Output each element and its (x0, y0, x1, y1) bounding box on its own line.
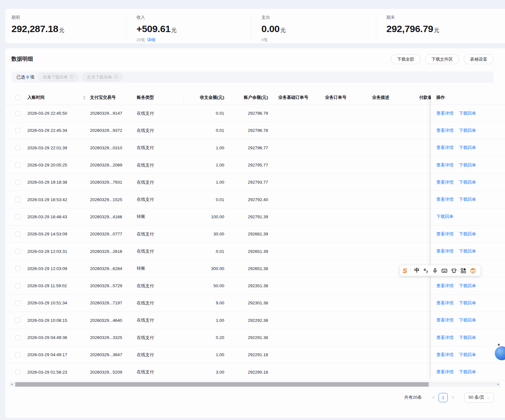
table-row: 2026-03-29 04:49:3620260329...3325在线支付0.… (5, 329, 505, 346)
view-details-link[interactable]: 查看详情 (436, 111, 453, 116)
view-details-link[interactable]: 查看详情 (436, 248, 453, 254)
emoji-face-icon[interactable] (470, 268, 477, 274)
pagination: 共有20条 < 1 > 50 条/页 (404, 393, 494, 402)
row-checkbox[interactable] (15, 128, 20, 133)
row-checkbox[interactable] (15, 145, 20, 150)
horizontal-scrollbar[interactable]: ◄ ► (10, 382, 501, 387)
row-checkbox[interactable] (15, 318, 20, 323)
prev-page-icon[interactable]: < (428, 395, 439, 400)
download-receipt-link[interactable]: 下载回单 (459, 128, 476, 133)
download-receipt-link[interactable]: 下载回单 (459, 111, 476, 116)
view-details-link[interactable]: 查看详情 (436, 145, 453, 151)
income-detail-link[interactable]: 详细 (147, 37, 155, 42)
column-header-trade-no: 支付宝交易号 (90, 95, 137, 100)
view-details-link[interactable]: 查看详情 (436, 335, 453, 341)
summary-closing: 期末 292,796.79元 (380, 15, 505, 43)
apps-grid-icon[interactable] (460, 268, 466, 274)
download-receipt-link[interactable]: 下载回单 (459, 248, 476, 254)
view-details-link[interactable]: 查看详情 (436, 162, 453, 168)
cell-trade-no: 20260329...9372 (90, 128, 137, 133)
chevron-down-icon (487, 395, 490, 399)
select-all-checkbox[interactable] (15, 95, 20, 100)
view-details-link[interactable]: 查看详情 (436, 180, 453, 185)
cell-type: 在线支付 (137, 197, 183, 202)
download-receipt-link[interactable]: 下载回单 (459, 352, 476, 358)
next-page-icon[interactable]: > (448, 395, 458, 400)
row-checkbox[interactable] (15, 232, 20, 237)
cell-balance: 292795.77 (224, 163, 268, 167)
view-details-link[interactable]: 查看详情 (436, 300, 453, 306)
cell-balance: 292291.18 (224, 352, 268, 357)
scroll-right-icon[interactable]: ► (496, 383, 501, 386)
row-checkbox[interactable] (15, 111, 20, 116)
download-receipt-link[interactable]: 下载回单 (459, 335, 476, 341)
scrollbar-thumb[interactable] (15, 382, 429, 387)
view-details-link[interactable]: 查看详情 (436, 369, 453, 375)
cell-amount: 0.01 (183, 197, 224, 202)
row-checkbox[interactable] (15, 301, 20, 306)
scroll-left-icon[interactable]: ◄ (10, 383, 14, 386)
row-actions: 查看详情下载回单 (431, 191, 505, 208)
table-row: 2026-03-29 18:48:4320260329...4166转账100.… (5, 208, 505, 226)
view-details-link[interactable]: 查看详情 (436, 128, 453, 133)
row-actions: 查看详情下载回单 (431, 295, 505, 312)
ime-toolbar[interactable]: S 中 (399, 265, 481, 276)
cell-time: 2026-03-29 18:53:42 (27, 197, 90, 202)
cell-type: 在线支付 (137, 162, 183, 168)
row-checkbox[interactable] (15, 266, 20, 271)
column-header-time[interactable]: 入账时间 (27, 95, 90, 100)
table-settings-button[interactable]: 表格设置 (464, 54, 494, 64)
view-details-link[interactable]: 查看详情 (436, 231, 453, 237)
row-checkbox[interactable] (15, 214, 20, 219)
download-receipt-link[interactable]: 下载回单 (459, 283, 476, 289)
keyboard-icon[interactable] (441, 268, 447, 274)
merge-download-button[interactable]: 合并下载回单 ⓘ (82, 73, 123, 81)
cell-time: 2026-03-29 19:18:38 (27, 180, 90, 185)
row-actions: 查看详情下载回单 (431, 363, 505, 381)
download-receipt-link[interactable]: 下载回单 (459, 231, 476, 237)
cell-amount: 30.00 (183, 232, 224, 236)
cell-type: 在线支付 (137, 128, 183, 133)
cell-trade-no: 20260329...5209 (90, 370, 137, 375)
view-details-link[interactable]: 查看详情 (436, 317, 453, 323)
download-filezone-button[interactable]: 下载文件区 (425, 54, 460, 64)
row-checkbox[interactable] (15, 197, 20, 202)
download-receipt-link[interactable]: 下载回单 (436, 214, 453, 220)
skin-tshirt-icon[interactable] (451, 268, 457, 274)
row-checkbox[interactable] (15, 180, 20, 185)
row-checkbox[interactable] (15, 369, 20, 375)
row-actions: 查看详情下载回单 (431, 122, 505, 139)
microphone-icon[interactable] (432, 268, 438, 274)
page-size-select[interactable]: 50 条/页 (464, 393, 494, 403)
batch-download-button[interactable]: 批量下载回单 ⓘ (38, 73, 79, 81)
download-receipt-link[interactable]: 下载回单 (459, 369, 476, 375)
row-checkbox[interactable] (15, 163, 20, 168)
download-receipt-link[interactable]: 下载回单 (459, 145, 476, 151)
sort-icon[interactable] (83, 96, 86, 100)
cell-balance: 292796.78 (224, 128, 268, 133)
panel-toolbar: 下载全部 下载文件区 表格设置 (391, 54, 494, 64)
download-receipt-link[interactable]: 下载回单 (459, 180, 476, 185)
cell-balance: 292292.38 (224, 318, 268, 323)
view-details-link[interactable]: 查看详情 (436, 197, 453, 202)
row-checkbox[interactable] (15, 352, 20, 357)
sogou-logo-icon[interactable]: S (403, 267, 407, 274)
punctuation-icon[interactable] (423, 268, 429, 274)
download-receipt-link[interactable]: 下载回单 (459, 197, 476, 202)
download-receipt-link[interactable]: 下载回单 (459, 162, 476, 168)
page-number[interactable]: 1 (439, 393, 448, 402)
row-checkbox[interactable] (15, 283, 20, 288)
cell-balance: 292796.79 (224, 111, 268, 116)
view-details-link[interactable]: 查看详情 (436, 352, 453, 358)
download-receipt-link[interactable]: 下载回单 (459, 317, 476, 323)
cell-trade-no: 20260329...4640 (90, 318, 137, 323)
row-checkbox[interactable] (15, 249, 20, 254)
column-header-actions: 操作 (431, 91, 505, 105)
summary-strip: 期初 292,287.18元 收入 +509.61元 20笔详细 支出 0.00… (5, 9, 505, 43)
view-details-link[interactable]: 查看详情 (436, 283, 453, 289)
download-all-button[interactable]: 下载全部 (391, 54, 421, 64)
download-receipt-link[interactable]: 下载回单 (459, 300, 476, 306)
chinese-mode-icon[interactable]: 中 (414, 267, 419, 274)
header-column-divider (224, 94, 225, 101)
row-checkbox[interactable] (15, 335, 20, 340)
